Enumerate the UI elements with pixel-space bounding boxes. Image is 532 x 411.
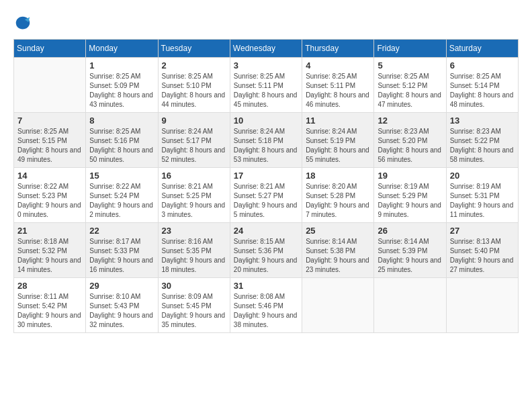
day-number: 19 (378, 171, 442, 181)
calendar-cell (374, 278, 446, 333)
day-info: Sunrise: 8:23 AMSunset: 5:22 PMDaylight:… (450, 127, 515, 165)
day-info: Sunrise: 8:25 AMSunset: 5:15 PMDaylight:… (17, 127, 82, 165)
day-info: Sunrise: 8:25 AMSunset: 5:16 PMDaylight:… (89, 127, 154, 165)
day-number: 30 (162, 281, 226, 291)
day-number: 26 (378, 226, 442, 236)
day-info: Sunrise: 8:24 AMSunset: 5:17 PMDaylight:… (162, 127, 226, 165)
calendar-cell: 23Sunrise: 8:16 AMSunset: 5:35 PMDayligh… (158, 223, 230, 278)
calendar-cell: 3Sunrise: 8:25 AMSunset: 5:11 PMDaylight… (230, 58, 302, 113)
day-info: Sunrise: 8:08 AMSunset: 5:46 PMDaylight:… (234, 292, 298, 330)
day-number: 1 (89, 60, 154, 71)
calendar-cell (14, 58, 86, 113)
day-info: Sunrise: 8:22 AMSunset: 5:23 PMDaylight:… (17, 182, 82, 220)
calendar-week-row: 14Sunrise: 8:22 AMSunset: 5:23 PMDayligh… (14, 168, 519, 223)
day-number: 21 (17, 226, 82, 236)
calendar-cell: 22Sunrise: 8:17 AMSunset: 5:33 PMDayligh… (86, 223, 158, 278)
logo-icon (13, 13, 32, 32)
day-info: Sunrise: 8:24 AMSunset: 5:18 PMDaylight:… (234, 127, 298, 165)
day-number: 18 (306, 171, 370, 181)
calendar-cell: 9Sunrise: 8:24 AMSunset: 5:17 PMDaylight… (158, 113, 230, 168)
calendar-cell: 7Sunrise: 8:25 AMSunset: 5:15 PMDaylight… (14, 113, 86, 168)
day-info: Sunrise: 8:23 AMSunset: 5:20 PMDaylight:… (378, 127, 442, 165)
calendar-cell: 11Sunrise: 8:24 AMSunset: 5:19 PMDayligh… (302, 113, 374, 168)
calendar-week-row: 28Sunrise: 8:11 AMSunset: 5:42 PMDayligh… (14, 278, 519, 333)
calendar-cell: 12Sunrise: 8:23 AMSunset: 5:20 PMDayligh… (374, 113, 446, 168)
day-info: Sunrise: 8:25 AMSunset: 5:11 PMDaylight:… (234, 72, 298, 109)
calendar-cell: 26Sunrise: 8:14 AMSunset: 5:39 PMDayligh… (374, 223, 446, 278)
calendar-week-row: 21Sunrise: 8:18 AMSunset: 5:32 PMDayligh… (14, 223, 519, 278)
calendar-cell: 27Sunrise: 8:13 AMSunset: 5:40 PMDayligh… (446, 223, 518, 278)
calendar-cell: 18Sunrise: 8:20 AMSunset: 5:28 PMDayligh… (302, 168, 374, 223)
calendar-cell: 5Sunrise: 8:25 AMSunset: 5:12 PMDaylight… (374, 58, 446, 113)
day-info: Sunrise: 8:25 AMSunset: 5:11 PMDaylight:… (306, 72, 370, 109)
day-number: 16 (162, 171, 226, 181)
calendar-cell: 30Sunrise: 8:09 AMSunset: 5:45 PMDayligh… (158, 278, 230, 333)
calendar-cell: 29Sunrise: 8:10 AMSunset: 5:43 PMDayligh… (86, 278, 158, 333)
day-number: 25 (306, 226, 370, 236)
day-info: Sunrise: 8:17 AMSunset: 5:33 PMDaylight:… (89, 237, 154, 275)
day-info: Sunrise: 8:21 AMSunset: 5:27 PMDaylight:… (234, 182, 298, 220)
calendar-week-row: 7Sunrise: 8:25 AMSunset: 5:15 PMDaylight… (14, 113, 519, 168)
calendar-cell: 10Sunrise: 8:24 AMSunset: 5:18 PMDayligh… (230, 113, 302, 168)
weekday-header-monday: Monday (86, 40, 158, 58)
day-info: Sunrise: 8:11 AMSunset: 5:42 PMDaylight:… (17, 292, 82, 330)
weekday-header-friday: Friday (374, 40, 446, 58)
day-info: Sunrise: 8:18 AMSunset: 5:32 PMDaylight:… (17, 237, 82, 275)
calendar-cell: 4Sunrise: 8:25 AMSunset: 5:11 PMDaylight… (302, 58, 374, 113)
day-number: 2 (162, 60, 226, 71)
day-number: 8 (89, 116, 154, 126)
day-number: 10 (234, 116, 298, 126)
calendar-cell: 28Sunrise: 8:11 AMSunset: 5:42 PMDayligh… (14, 278, 86, 333)
day-number: 13 (450, 116, 515, 126)
calendar-cell: 13Sunrise: 8:23 AMSunset: 5:22 PMDayligh… (446, 113, 518, 168)
weekday-header-wednesday: Wednesday (230, 40, 302, 58)
day-info: Sunrise: 8:14 AMSunset: 5:39 PMDaylight:… (378, 237, 442, 275)
day-number: 12 (378, 116, 442, 126)
day-number: 9 (162, 116, 226, 126)
day-info: Sunrise: 8:14 AMSunset: 5:38 PMDaylight:… (306, 237, 370, 275)
day-number: 14 (17, 171, 82, 181)
day-number: 23 (162, 226, 226, 236)
calendar-cell: 21Sunrise: 8:18 AMSunset: 5:32 PMDayligh… (14, 223, 86, 278)
calendar-cell: 6Sunrise: 8:25 AMSunset: 5:14 PMDaylight… (446, 58, 518, 113)
page-header (13, 13, 519, 32)
calendar-cell: 17Sunrise: 8:21 AMSunset: 5:27 PMDayligh… (230, 168, 302, 223)
day-number: 28 (17, 281, 82, 291)
calendar-cell: 25Sunrise: 8:14 AMSunset: 5:38 PMDayligh… (302, 223, 374, 278)
day-number: 20 (450, 171, 515, 181)
day-number: 4 (306, 60, 370, 71)
day-info: Sunrise: 8:20 AMSunset: 5:28 PMDaylight:… (306, 182, 370, 220)
day-info: Sunrise: 8:19 AMSunset: 5:29 PMDaylight:… (378, 182, 442, 220)
day-info: Sunrise: 8:21 AMSunset: 5:25 PMDaylight:… (162, 182, 226, 220)
calendar-cell: 24Sunrise: 8:15 AMSunset: 5:36 PMDayligh… (230, 223, 302, 278)
calendar-cell: 16Sunrise: 8:21 AMSunset: 5:25 PMDayligh… (158, 168, 230, 223)
day-info: Sunrise: 8:10 AMSunset: 5:43 PMDaylight:… (89, 292, 154, 330)
calendar-header: SundayMondayTuesdayWednesdayThursdayFrid… (14, 40, 519, 58)
calendar-cell (302, 278, 374, 333)
calendar-cell: 14Sunrise: 8:22 AMSunset: 5:23 PMDayligh… (14, 168, 86, 223)
day-info: Sunrise: 8:25 AMSunset: 5:09 PMDaylight:… (89, 72, 154, 109)
day-number: 7 (17, 116, 82, 126)
day-info: Sunrise: 8:25 AMSunset: 5:12 PMDaylight:… (378, 72, 442, 109)
day-number: 15 (89, 171, 154, 181)
day-info: Sunrise: 8:09 AMSunset: 5:45 PMDaylight:… (162, 292, 226, 330)
day-number: 24 (234, 226, 298, 236)
day-info: Sunrise: 8:16 AMSunset: 5:35 PMDaylight:… (162, 237, 226, 275)
calendar-cell: 20Sunrise: 8:19 AMSunset: 5:31 PMDayligh… (446, 168, 518, 223)
calendar-cell (446, 278, 518, 333)
day-number: 17 (234, 171, 298, 181)
day-info: Sunrise: 8:25 AMSunset: 5:14 PMDaylight:… (450, 72, 515, 109)
calendar-cell: 19Sunrise: 8:19 AMSunset: 5:29 PMDayligh… (374, 168, 446, 223)
weekday-header-tuesday: Tuesday (158, 40, 230, 58)
day-info: Sunrise: 8:24 AMSunset: 5:19 PMDaylight:… (306, 127, 370, 165)
weekday-header-saturday: Saturday (446, 40, 518, 58)
day-info: Sunrise: 8:13 AMSunset: 5:40 PMDaylight:… (450, 237, 515, 275)
calendar-week-row: 1Sunrise: 8:25 AMSunset: 5:09 PMDaylight… (14, 58, 519, 113)
day-number: 27 (450, 226, 515, 236)
day-number: 22 (89, 226, 154, 236)
day-info: Sunrise: 8:25 AMSunset: 5:10 PMDaylight:… (162, 72, 226, 109)
calendar-body: 1Sunrise: 8:25 AMSunset: 5:09 PMDaylight… (14, 58, 519, 333)
day-info: Sunrise: 8:22 AMSunset: 5:24 PMDaylight:… (89, 182, 154, 220)
calendar-cell: 1Sunrise: 8:25 AMSunset: 5:09 PMDaylight… (86, 58, 158, 113)
day-number: 11 (306, 116, 370, 126)
